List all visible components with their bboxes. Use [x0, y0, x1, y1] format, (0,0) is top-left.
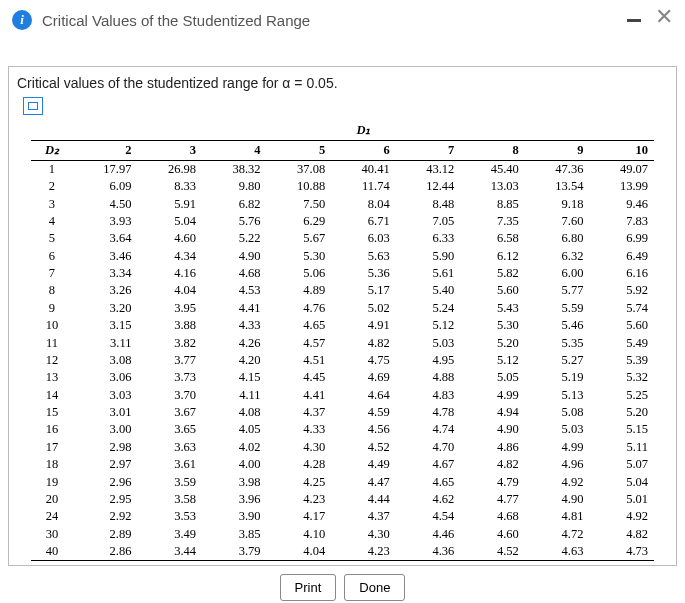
table-cell: 4.50	[73, 195, 138, 212]
row-header: 40	[31, 543, 73, 561]
table-cell: 4.10	[267, 525, 332, 542]
table-cell: 3.08	[73, 352, 138, 369]
table-cell: 5.40	[396, 282, 461, 299]
table-cell: 6.32	[525, 247, 590, 264]
table-cell: 4.72	[525, 525, 590, 542]
table-cell: 5.04	[589, 473, 654, 490]
table-cell: 5.25	[589, 386, 654, 403]
table-cell: 5.07	[589, 456, 654, 473]
table-cell: 4.56	[331, 421, 396, 438]
table-row: 103.153.884.334.654.915.125.305.465.60	[31, 317, 654, 334]
row-header: 11	[31, 334, 73, 351]
minimize-icon[interactable]	[627, 19, 641, 22]
table-row: 133.063.734.154.454.694.885.055.195.32	[31, 369, 654, 386]
close-icon[interactable]: ✕	[655, 8, 673, 26]
studentized-range-table: D₁ D₂ 2345678910 117.9726.9838.3237.0840…	[31, 121, 654, 561]
table-cell: 3.34	[73, 265, 138, 282]
table-cell: 5.06	[267, 265, 332, 282]
content-panel: Critical values of the studentized range…	[8, 66, 677, 566]
table-cell: 3.20	[73, 300, 138, 317]
table-cell: 5.03	[525, 421, 590, 438]
table-cell: 4.79	[460, 473, 525, 490]
table-cell: 4.34	[137, 247, 202, 264]
table-cell: 5.32	[589, 369, 654, 386]
table-cell: 7.35	[460, 213, 525, 230]
table-cell: 5.22	[202, 230, 267, 247]
table-cell: 3.01	[73, 404, 138, 421]
table-cell: 5.74	[589, 300, 654, 317]
table-cell: 4.54	[396, 508, 461, 525]
table-cell: 4.89	[267, 282, 332, 299]
table-cell: 4.81	[525, 508, 590, 525]
table-cell: 5.12	[460, 352, 525, 369]
table-cell: 5.27	[525, 352, 590, 369]
table-cell: 4.37	[331, 508, 396, 525]
column-header: 2	[73, 141, 138, 160]
table-cell: 3.03	[73, 386, 138, 403]
table-cell: 4.70	[396, 439, 461, 456]
table-cell: 3.15	[73, 317, 138, 334]
table-cell: 9.80	[202, 178, 267, 195]
table-cell: 5.13	[525, 386, 590, 403]
table-cell: 4.02	[202, 439, 267, 456]
table-cell: 3.79	[202, 543, 267, 561]
table-cell: 13.54	[525, 178, 590, 195]
table-cell: 5.61	[396, 265, 461, 282]
table-cell: 2.95	[73, 491, 138, 508]
table-cell: 12.44	[396, 178, 461, 195]
table-cell: 4.16	[137, 265, 202, 282]
table-cell: 3.88	[137, 317, 202, 334]
table-cell: 4.25	[267, 473, 332, 490]
table-cell: 5.59	[525, 300, 590, 317]
table-row: 53.644.605.225.676.036.336.586.806.99	[31, 230, 654, 247]
table-tool-icon[interactable]	[23, 97, 43, 115]
window-title: Critical Values of the Studentized Range	[42, 12, 310, 29]
table-row: 73.344.164.685.065.365.615.826.006.16	[31, 265, 654, 282]
done-button[interactable]: Done	[344, 574, 405, 601]
table-cell: 6.82	[202, 195, 267, 212]
table-cell: 4.75	[331, 352, 396, 369]
table-row: 93.203.954.414.765.025.245.435.595.74	[31, 300, 654, 317]
table-cell: 4.86	[460, 439, 525, 456]
table-cell: 8.33	[137, 178, 202, 195]
table-cell: 4.47	[331, 473, 396, 490]
table-cell: 4.60	[137, 230, 202, 247]
table-cell: 5.03	[396, 334, 461, 351]
table-cell: 4.52	[331, 439, 396, 456]
table-cell: 4.99	[460, 386, 525, 403]
row-header: 12	[31, 352, 73, 369]
table-cell: 4.36	[396, 543, 461, 561]
table-cell: 13.03	[460, 178, 525, 195]
table-cell: 4.00	[202, 456, 267, 473]
table-cell: 10.88	[267, 178, 332, 195]
table-cell: 4.60	[460, 525, 525, 542]
table-cell: 4.65	[267, 317, 332, 334]
table-row: 402.863.443.794.044.234.364.524.634.73	[31, 543, 654, 561]
row-header: 5	[31, 230, 73, 247]
table-cell: 4.62	[396, 491, 461, 508]
table-cell: 3.90	[202, 508, 267, 525]
row-header: 30	[31, 525, 73, 542]
table-cell: 3.85	[202, 525, 267, 542]
table-row: 202.953.583.964.234.444.624.774.905.01	[31, 491, 654, 508]
table-cell: 6.80	[525, 230, 590, 247]
table-cell: 4.59	[331, 404, 396, 421]
table-cell: 4.28	[267, 456, 332, 473]
table-cell: 6.71	[331, 213, 396, 230]
table-cell: 4.57	[267, 334, 332, 351]
table-cell: 6.03	[331, 230, 396, 247]
print-button[interactable]: Print	[280, 574, 337, 601]
table-cell: 3.44	[137, 543, 202, 561]
table-cell: 5.04	[137, 213, 202, 230]
table-cell: 6.49	[589, 247, 654, 264]
table-cell: 4.49	[331, 456, 396, 473]
table-cell: 5.05	[460, 369, 525, 386]
row-header: 9	[31, 300, 73, 317]
table-cell: 3.58	[137, 491, 202, 508]
table-cell: 6.29	[267, 213, 332, 230]
table-row: 43.935.045.766.296.717.057.357.607.83	[31, 213, 654, 230]
table-cell: 5.01	[589, 491, 654, 508]
table-cell: 3.98	[202, 473, 267, 490]
table-cell: 43.12	[396, 160, 461, 178]
table-cell: 3.59	[137, 473, 202, 490]
